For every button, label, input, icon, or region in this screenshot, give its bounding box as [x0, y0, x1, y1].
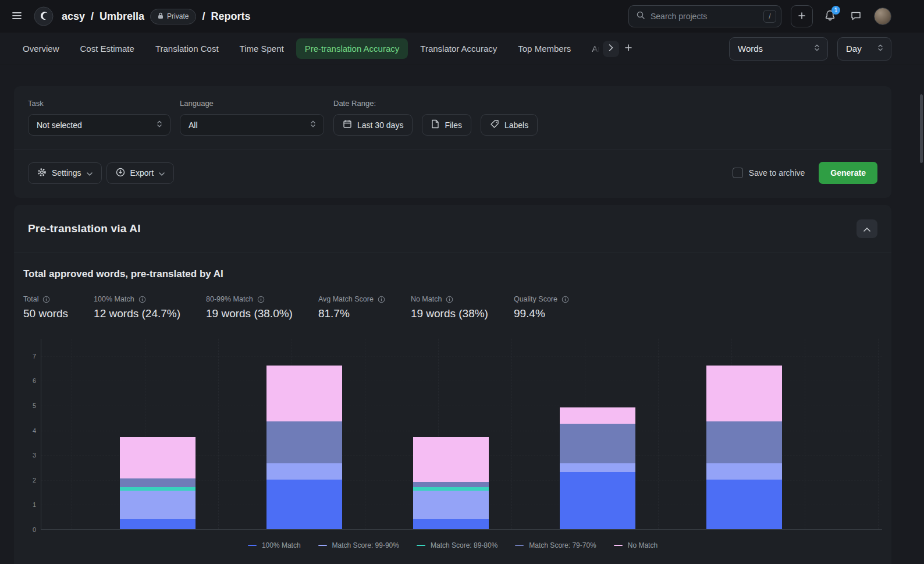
breadcrumb-org[interactable]: acsy — [62, 10, 85, 23]
plus-icon — [624, 44, 632, 54]
bar-segment-match-score-99-90[interactable] — [560, 463, 635, 472]
legend-item-no-match[interactable]: No Match — [614, 541, 658, 549]
report-tab-bar: OverviewCost EstimateTranslation CostTim… — [0, 33, 924, 65]
files-filter-button[interactable]: Files — [422, 114, 471, 136]
bar-group-2[interactable] — [266, 366, 342, 529]
stat-value: 50 words — [23, 307, 68, 320]
bar-segment-100-match[interactable] — [120, 519, 196, 529]
messages-button[interactable] — [847, 7, 865, 26]
bar-segment-100-match[interactable] — [706, 480, 782, 529]
info-icon[interactable] — [446, 296, 453, 303]
y-axis-tick: 0 — [33, 526, 36, 533]
period-select[interactable]: Day — [837, 37, 891, 61]
gridline-vertical — [805, 339, 805, 529]
bar-group-3[interactable] — [413, 437, 489, 529]
bar-segment-100-match[interactable] — [266, 480, 342, 529]
labels-filter-label: Labels — [504, 120, 528, 130]
bar-segment-match-score-79-70[interactable] — [560, 424, 635, 463]
y-axis-tick: 2 — [33, 477, 36, 484]
tab-overview[interactable]: Overview — [14, 38, 68, 59]
stats-row: Total50 words100% Match12 words (24.7%)8… — [23, 295, 882, 320]
bar-segment-match-score-79-70[interactable] — [706, 421, 782, 463]
bar-group-1[interactable] — [120, 437, 196, 529]
bar-segment-100-match[interactable] — [413, 519, 489, 529]
labels-filter-button[interactable]: Labels — [481, 114, 538, 136]
app-logo[interactable] — [34, 6, 54, 26]
legend-item-100-match[interactable]: 100% Match — [248, 541, 301, 549]
save-to-archive-option[interactable]: Save to archive — [733, 168, 805, 178]
bar-segment-match-score-99-90[interactable] — [266, 463, 342, 480]
legend-item-match-score-89-80[interactable]: Match Score: 89-80% — [417, 541, 497, 549]
bar-segment-no-match[interactable] — [413, 437, 489, 482]
tab-top-members[interactable]: Top Members — [509, 38, 580, 59]
stat-value: 99.4% — [514, 307, 569, 320]
stat-label: Quality Score — [514, 295, 569, 303]
info-icon[interactable] — [378, 296, 385, 303]
date-range-button[interactable]: Last 30 days — [333, 114, 413, 136]
stat-label: No Match — [411, 295, 488, 303]
bar-segment-match-score-79-70[interactable] — [120, 478, 196, 487]
bar-segment-100-match[interactable] — [560, 472, 635, 529]
bar-segment-match-score-99-90[interactable] — [120, 491, 196, 519]
privacy-badge: Private — [150, 9, 196, 24]
add-report-tab-button[interactable] — [621, 41, 635, 56]
legend-item-match-score-99-90[interactable]: Match Score: 99-90% — [318, 541, 399, 549]
info-icon[interactable] — [42, 296, 50, 303]
bar-segment-match-score-99-90[interactable] — [413, 491, 489, 519]
stat-label-text: Avg Match Score — [318, 295, 374, 303]
lock-icon — [158, 12, 164, 21]
task-select[interactable]: Not selected — [28, 114, 170, 136]
tab-time-spent[interactable]: Time Spent — [231, 38, 293, 59]
tab-ar[interactable]: Ar — [583, 38, 600, 59]
legend-dash — [515, 545, 524, 546]
task-label: Task — [28, 99, 170, 108]
tab-cost-estimate[interactable]: Cost Estimate — [72, 38, 143, 59]
page-scrollbar[interactable] — [920, 94, 923, 163]
gridline-vertical — [878, 339, 879, 529]
create-button[interactable] — [791, 5, 813, 27]
stacked-bar-chart: 01234567 — [41, 339, 882, 530]
bar-group-5[interactable] — [706, 366, 782, 529]
tab-pre-translation-accuracy[interactable]: Pre-translation Accuracy — [296, 38, 408, 59]
collapse-card-button[interactable] — [857, 219, 877, 238]
unit-select[interactable]: Words — [729, 37, 828, 61]
select-chevrons-icon — [310, 120, 317, 130]
pretranslation-report-card: Pre-translation via AI Total approved wo… — [14, 205, 891, 564]
search-box[interactable]: / — [628, 5, 781, 27]
info-icon[interactable] — [561, 296, 569, 303]
settings-button[interactable]: Settings — [28, 162, 102, 184]
bar-segment-no-match[interactable] — [560, 407, 635, 424]
legend-label: 100% Match — [262, 541, 301, 549]
hamburger-menu-button[interactable] — [8, 7, 26, 26]
breadcrumb-page: Reports — [211, 10, 250, 23]
bar-group-4[interactable] — [560, 407, 635, 529]
tab-bar-selects: Words Day — [729, 37, 891, 61]
stat-value: 12 words (24.7%) — [94, 307, 180, 320]
select-chevrons-icon — [813, 44, 820, 54]
bar-segment-match-score-79-70[interactable] — [266, 421, 342, 463]
chat-icon — [850, 10, 862, 23]
app-logo-icon — [34, 6, 54, 26]
export-button[interactable]: Export — [106, 162, 174, 184]
y-axis-tick: 3 — [33, 452, 36, 459]
tab-translation-cost[interactable]: Translation Cost — [147, 38, 228, 59]
generate-button[interactable]: Generate — [819, 162, 877, 184]
search-input[interactable] — [651, 12, 758, 21]
bar-segment-match-score-99-90[interactable] — [706, 463, 782, 480]
save-to-archive-checkbox[interactable] — [733, 168, 743, 178]
tab-translator-accuracy[interactable]: Translator Accuracy — [411, 38, 506, 59]
tabs-scroll-right-button[interactable] — [603, 41, 619, 57]
bar-segment-match-score-79-70[interactable] — [413, 482, 489, 487]
language-select[interactable]: All — [180, 114, 324, 136]
bar-segment-no-match[interactable] — [266, 366, 342, 421]
bar-segment-no-match[interactable] — [120, 437, 196, 478]
bar-segment-no-match[interactable] — [706, 366, 782, 421]
notifications-button[interactable]: 1 — [822, 8, 838, 25]
breadcrumb-project[interactable]: Umbrella — [99, 10, 144, 23]
info-icon[interactable] — [138, 296, 146, 303]
legend-item-match-score-79-70[interactable]: Match Score: 79-70% — [515, 541, 596, 549]
info-icon[interactable] — [257, 296, 265, 303]
gridline-vertical — [658, 339, 659, 529]
stat-label-text: 100% Match — [94, 295, 134, 303]
user-avatar[interactable] — [874, 8, 891, 25]
